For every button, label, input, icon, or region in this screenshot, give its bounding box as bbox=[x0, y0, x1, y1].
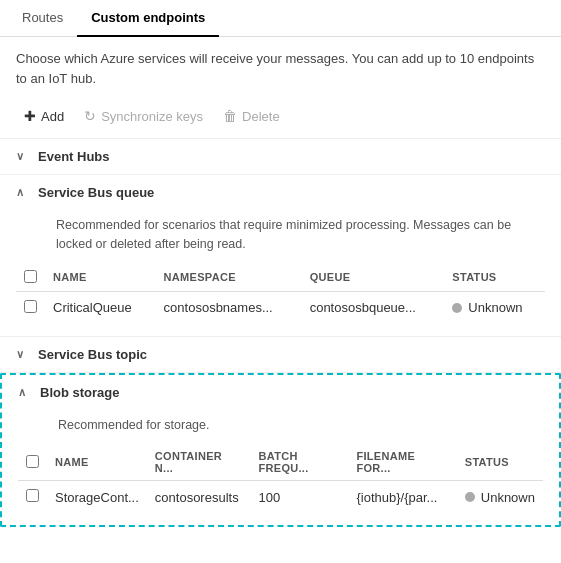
trash-icon: 🗑 bbox=[223, 108, 237, 124]
delete-button[interactable]: 🗑 Delete bbox=[215, 104, 288, 128]
sync-keys-button[interactable]: ↻ Synchronize keys bbox=[76, 104, 211, 128]
tab-routes[interactable]: Routes bbox=[8, 0, 77, 37]
add-button[interactable]: ✚ Add bbox=[16, 104, 72, 128]
blob-select-all-checkbox[interactable] bbox=[26, 455, 39, 468]
page-description: Choose which Azure services will receive… bbox=[0, 37, 561, 98]
tab-custom-endpoints[interactable]: Custom endpoints bbox=[77, 0, 219, 37]
queue-row-checkbox-cell bbox=[16, 291, 45, 324]
queue-col-status: STATUS bbox=[444, 264, 545, 292]
blob-storage-desc: Recommended for storage. bbox=[18, 410, 543, 445]
chevron-up-icon-blob: ∧ bbox=[18, 386, 32, 399]
blob-storage-header[interactable]: ∧ Blob storage bbox=[2, 375, 559, 410]
event-hubs-header[interactable]: ∨ Event Hubs bbox=[0, 139, 561, 174]
chevron-up-icon: ∧ bbox=[16, 186, 30, 199]
blob-col-batch: BATCH FREQU... bbox=[250, 444, 348, 481]
queue-col-check bbox=[16, 264, 45, 292]
status-dot-unknown bbox=[452, 303, 462, 313]
queue-select-all-checkbox[interactable] bbox=[24, 270, 37, 283]
service-bus-topic-header[interactable]: ∨ Service Bus topic bbox=[0, 337, 561, 372]
blob-storage-table: NAME CONTAINER N... BATCH FREQU... FILEN… bbox=[18, 444, 543, 513]
queue-row-namespace: contososbnames... bbox=[156, 291, 302, 324]
blob-row-status-text: Unknown bbox=[481, 490, 535, 505]
chevron-down-icon: ∨ bbox=[16, 150, 30, 163]
toolbar: ✚ Add ↻ Synchronize keys 🗑 Delete bbox=[0, 98, 561, 139]
event-hubs-section: ∨ Event Hubs bbox=[0, 139, 561, 175]
plus-icon: ✚ bbox=[24, 108, 36, 124]
blob-row-checkbox-cell bbox=[18, 481, 47, 514]
event-hubs-label: Event Hubs bbox=[38, 149, 110, 164]
table-row: StorageCont... contosoresults 100 {iothu… bbox=[18, 481, 543, 514]
blob-col-check bbox=[18, 444, 47, 481]
blob-row-checkbox[interactable] bbox=[26, 489, 39, 502]
blob-col-filename: FILENAME FOR... bbox=[348, 444, 456, 481]
blob-row-status: Unknown bbox=[457, 481, 543, 514]
blob-row-filename: {iothub}/{par... bbox=[348, 481, 456, 514]
service-bus-topic-section: ∨ Service Bus topic bbox=[0, 337, 561, 373]
service-bus-queue-desc: Recommended for scenarios that require m… bbox=[16, 210, 545, 264]
service-bus-queue-content: Recommended for scenarios that require m… bbox=[0, 210, 561, 336]
blob-col-container: CONTAINER N... bbox=[147, 444, 251, 481]
queue-row-name: CriticalQueue bbox=[45, 291, 156, 324]
delete-label: Delete bbox=[242, 109, 280, 124]
blob-row-container: contosoresults bbox=[147, 481, 251, 514]
service-bus-queue-table: NAME NAMESPACE QUEUE STATUS CriticalQueu… bbox=[16, 264, 545, 324]
queue-row-status: Unknown bbox=[444, 291, 545, 324]
sync-icon: ↻ bbox=[84, 108, 96, 124]
service-bus-queue-section: ∧ Service Bus queue Recommended for scen… bbox=[0, 175, 561, 337]
blob-storage-section: ∧ Blob storage Recommended for storage. … bbox=[0, 373, 561, 528]
queue-row-queue: contososbqueue... bbox=[302, 291, 445, 324]
blob-storage-content: Recommended for storage. NAME CONTAINER … bbox=[2, 410, 559, 526]
table-row: CriticalQueue contososbnames... contosos… bbox=[16, 291, 545, 324]
queue-row-checkbox[interactable] bbox=[24, 300, 37, 313]
blob-row-batch: 100 bbox=[250, 481, 348, 514]
blob-col-name: NAME bbox=[47, 444, 147, 481]
tab-bar: Routes Custom endpoints bbox=[0, 0, 561, 37]
service-bus-queue-header[interactable]: ∧ Service Bus queue bbox=[0, 175, 561, 210]
queue-col-queue: QUEUE bbox=[302, 264, 445, 292]
blob-col-status: STATUS bbox=[457, 444, 543, 481]
queue-row-status-text: Unknown bbox=[468, 300, 522, 315]
queue-col-namespace: NAMESPACE bbox=[156, 264, 302, 292]
queue-col-name: NAME bbox=[45, 264, 156, 292]
blob-row-name: StorageCont... bbox=[47, 481, 147, 514]
blob-storage-label: Blob storage bbox=[40, 385, 119, 400]
service-bus-topic-label: Service Bus topic bbox=[38, 347, 147, 362]
chevron-down-icon-topic: ∨ bbox=[16, 348, 30, 361]
add-label: Add bbox=[41, 109, 64, 124]
blob-status-dot bbox=[465, 492, 475, 502]
service-bus-queue-label: Service Bus queue bbox=[38, 185, 154, 200]
sync-label: Synchronize keys bbox=[101, 109, 203, 124]
